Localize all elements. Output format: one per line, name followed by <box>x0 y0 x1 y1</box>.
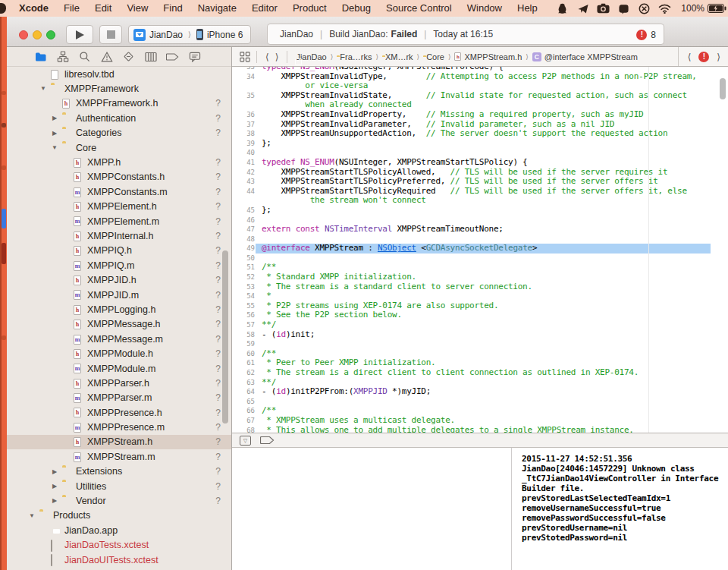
qq-icon[interactable] <box>556 2 569 14</box>
jump-crumb--interface-xmppstream[interactable]: C@interface XMPPStream <box>532 52 638 61</box>
line-number[interactable]: 58 <box>232 330 255 340</box>
telegram-icon[interactable] <box>576 2 589 14</box>
tree-row-extensions[interactable]: ▶Extensions? <box>7 465 231 479</box>
menu-find[interactable]: Find <box>155 0 190 17</box>
jump-crumb-xm-rk[interactable]: XM…rk <box>382 52 413 61</box>
line-number[interactable]: 52 <box>232 272 255 282</box>
navigator-tab-breakpoints[interactable] <box>166 50 179 63</box>
tree-row-jiandaotests-xctest[interactable]: JianDaoTests.xctest <box>7 538 231 553</box>
history-back-button[interactable]: ⟨ <box>262 52 272 62</box>
tree-row-xmppframework-h[interactable]: hXMPPFramework.h? <box>7 96 231 111</box>
line-number[interactable]: 50 <box>232 254 255 263</box>
disclosure-closed-icon[interactable]: ▶ <box>51 468 58 475</box>
scheme-selector[interactable]: JianDao ⟩ iPhone 6 <box>128 25 251 44</box>
line-number[interactable]: 65 <box>232 397 255 407</box>
tree-row-xmppframework[interactable]: ▼XMPPFramework <box>7 81 231 96</box>
tree-row-core[interactable]: ▼Core <box>7 140 231 155</box>
tree-row-xmppparser-m[interactable]: mXMPPParser.m? <box>7 391 231 405</box>
jump-crumb-fra-rks[interactable]: Fra…rks <box>337 52 372 61</box>
line-number[interactable]: 40 <box>232 148 255 158</box>
line-number[interactable]: 55 <box>232 301 255 311</box>
code-line-64[interactable]: 64- (id)initP2PFrom:(XMPPJID *)myJID; <box>232 387 728 397</box>
line-number[interactable]: 46 <box>232 216 255 225</box>
menu-source-control[interactable]: Source Control <box>378 0 460 17</box>
zoom-window-button[interactable] <box>46 30 55 39</box>
code-line-56[interactable]: 56 * See the P2P section below. <box>232 310 728 320</box>
tree-row-xmppinternal-h[interactable]: hXMPPInternal.h? <box>7 228 231 243</box>
next-issue-button[interactable]: ⟩ <box>714 52 723 62</box>
history-forward-button[interactable]: ⟩ <box>272 52 282 62</box>
run-button[interactable] <box>66 25 93 44</box>
tree-row-categories[interactable]: ▶Categories? <box>7 126 231 140</box>
line-number[interactable]: 48 <box>232 235 255 244</box>
source-editor[interactable]: 33typedef NS_ENUM(NSUInteger, XMPPStream… <box>232 67 728 433</box>
line-number[interactable]: 57 <box>232 320 255 330</box>
code-line-47[interactable]: 47extern const NSTimeInterval XMPPStream… <box>232 225 728 235</box>
menu-window[interactable]: Window <box>460 0 510 17</box>
line-number[interactable]: 47 <box>232 225 255 235</box>
previous-issue-button[interactable]: ⟨ <box>685 52 695 62</box>
error-badge-icon[interactable]: ! <box>636 30 647 40</box>
menu-product[interactable]: Product <box>285 0 334 17</box>
line-number[interactable]: 39 <box>232 139 255 149</box>
tree-row-xmppmodule-h[interactable]: hXMPPModule.h? <box>7 346 231 361</box>
code-line-68[interactable]: 68 * This allows one to add multiple del… <box>232 426 728 433</box>
line-number[interactable]: 68 <box>232 426 255 433</box>
disclosure-closed-icon[interactable]: ▶ <box>51 483 58 490</box>
close-window-button[interactable] <box>19 30 28 39</box>
tree-row-xmppmessage-m[interactable]: mXMPPMessage.m? <box>7 332 231 346</box>
line-number[interactable]: 62 <box>232 368 255 378</box>
tree-row-xmpppresence-h[interactable]: hXMPPPresence.h? <box>7 405 231 420</box>
related-items-icon[interactable] <box>238 50 251 63</box>
line-number[interactable]: 59 <box>232 339 255 349</box>
line-number[interactable]: 36 <box>232 110 255 120</box>
code-line-50[interactable]: 50 <box>232 254 728 263</box>
code-line-49[interactable]: 49@interface XMPPStream : NSObject <GCDA… <box>232 244 728 254</box>
tree-row-xmppjid-h[interactable]: hXMPPJID.h? <box>7 272 231 287</box>
navigator-tab-debug[interactable] <box>144 50 157 63</box>
tree-row-xmppstream-m[interactable]: mXMPPStream.m? <box>7 449 231 464</box>
jump-crumb-jiandao[interactable]: JianDao <box>293 52 326 61</box>
tree-row-xmppiq-h[interactable]: hXMPPIQ.h? <box>7 244 231 258</box>
xscope-icon[interactable] <box>638 2 651 14</box>
tree-row-xmppconstants-m[interactable]: mXMPPConstants.m? <box>7 184 231 199</box>
navigator-tab-project-selected[interactable] <box>34 50 47 63</box>
issue-badge-icon[interactable]: ! <box>698 52 709 62</box>
line-number[interactable]: 38 <box>232 129 255 139</box>
line-number[interactable]: 56 <box>232 310 255 320</box>
apple-menu-icon[interactable] <box>0 3 6 14</box>
navigator-tab-reports[interactable] <box>188 50 201 63</box>
line-number[interactable]: 63 <box>232 378 255 388</box>
code-line-53[interactable]: 53 * The stream is a standard client to … <box>232 282 728 292</box>
line-number[interactable]: 35 <box>232 91 255 101</box>
tree-row-xmppstream-h[interactable]: hXMPPStream.h? <box>7 435 231 449</box>
line-number[interactable]: 41 <box>232 158 255 168</box>
tree-row-xmppparser-h[interactable]: hXMPPParser.h? <box>7 376 231 390</box>
menu-editor[interactable]: Editor <box>244 0 285 17</box>
menu-edit[interactable]: Edit <box>87 0 119 17</box>
menu-debug[interactable]: Debug <box>334 0 378 17</box>
tree-row-xmppiq-m[interactable]: mXMPPIQ.m? <box>7 258 231 272</box>
tree-row-authentication[interactable]: ▶Authentication? <box>7 111 231 125</box>
tree-row-products[interactable]: ▼Products <box>7 509 231 523</box>
line-number[interactable]: 44 <box>232 187 255 197</box>
line-number[interactable]: 45 <box>232 206 255 216</box>
line-number[interactable]: 42 <box>232 168 255 178</box>
line-number[interactable]: 64 <box>232 387 255 397</box>
tree-row-utilities[interactable]: ▶Utilities? <box>7 479 231 493</box>
disclosure-open-icon[interactable]: ▼ <box>39 85 47 92</box>
menu-xcode[interactable]: Xcode <box>12 0 56 17</box>
wifi-icon[interactable] <box>658 2 671 14</box>
line-number[interactable]: 51 <box>232 263 255 272</box>
disclosure-closed-icon[interactable]: ▶ <box>51 115 58 121</box>
code-line-45[interactable]: 45}; <box>232 206 728 216</box>
menu-file[interactable]: File <box>56 0 87 17</box>
tree-row-xmppmessage-h[interactable]: hXMPPMessage.h? <box>7 317 231 332</box>
breakpoints-toggle-icon[interactable] <box>260 436 275 445</box>
stop-button[interactable] <box>99 25 122 44</box>
line-number[interactable]: 49 <box>232 244 255 254</box>
minimize-window-button[interactable] <box>33 30 42 39</box>
menu-view[interactable]: View <box>119 0 155 17</box>
line-number[interactable]: 67 <box>232 416 255 426</box>
disclosure-open-icon[interactable]: ▼ <box>28 512 36 519</box>
